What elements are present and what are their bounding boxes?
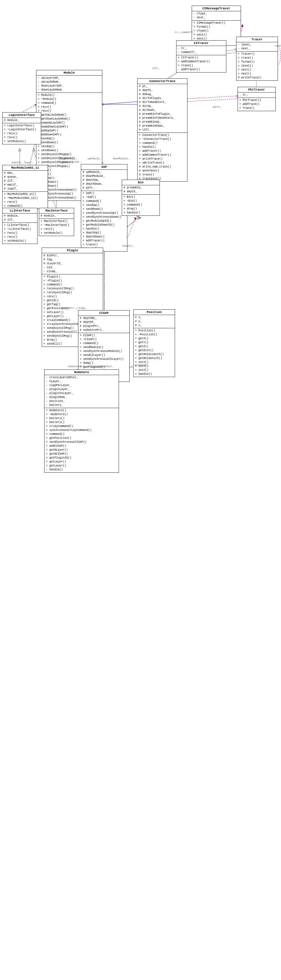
label-upmodule: upModule_ xyxy=(87,158,101,160)
box-citracer: CITracer - tr_ - commonTr_ + CITracer() … xyxy=(176,40,226,73)
box-sap: SAP # upModule_ # downModule_ # depthUp_… xyxy=(81,164,127,251)
section-attrs-module: - upLayerSAP_ - upLaySANum_ - downLayerS… xyxy=(37,76,102,93)
label-next: next_ xyxy=(275,45,281,48)
svg-line-9 xyxy=(21,104,37,113)
title-nodecore: NodeCore xyxy=(44,370,119,375)
title-llinterface: LLInterface xyxy=(3,208,37,213)
section-methods-macinterface: + MacInterface() + ~MacInterface() + rec… xyxy=(39,219,74,236)
box-macinterface: MacInterface # module_ + MacInterface() … xyxy=(39,208,74,236)
box-connectortrace: ConnectorTrace # pt_ # depTh_ # debug_ #… xyxy=(137,78,187,181)
label-binptr: /binPtr_ xyxy=(122,245,134,248)
section-attrs-nodecore: - crossLayerSAMist_ - nLayer_ - clapPerL… xyxy=(44,375,119,408)
svg-line-27 xyxy=(227,52,237,54)
svg-marker-23 xyxy=(241,24,243,27)
diagram-container: CIMessageTracer - cType_ - next_ + CIMes… xyxy=(0,0,281,980)
title-citracer: CITracer xyxy=(176,41,226,46)
section-methods-sap: + SAP() + ~SAP() + command() + sendUp() … xyxy=(81,191,127,251)
section-methods-tracer: + Tracer() + trace() + format() + level(… xyxy=(237,52,278,80)
section-attrs-sap: # upModule_ # downModule_ # depthUp_ # d… xyxy=(81,170,127,191)
section-attrs-tracer: - level_ - next_ xyxy=(237,42,278,52)
box-logininterface: LoginInterface # module_ + LoginInterfac… xyxy=(2,112,41,145)
section-attrs-macmodule: # mac_ # queue_ # llf_ # macif_ # logif_ xyxy=(3,170,48,192)
svg-line-33 xyxy=(102,102,138,104)
section-attrs-bin: # preamble_ # depth_ xyxy=(122,185,160,194)
title-sap: SAP xyxy=(81,164,127,170)
label-downmodule: downModule_ xyxy=(113,158,129,160)
section-attrs-connectortrace: # pt_ # depTh_ # debug_ # dirToPlugin_ #… xyxy=(138,84,187,133)
box-llinterface: LLInterface # module_ # llf_ + LLInterfa… xyxy=(2,208,38,244)
box-tracer: Tracer - level_ - next_ + Tracer() + tra… xyxy=(236,37,278,81)
title-connectortrace: ConnectorTrace xyxy=(138,79,187,84)
section-methods-connectortrace: + ConnectorTrace() + ~ConnectorTrace() +… xyxy=(138,133,187,181)
title-macinterface: MacInterface xyxy=(39,208,74,213)
section-attrs-position: # x_ # y_ # z_ xyxy=(133,315,175,328)
section-attrs-macinterface: # module_ xyxy=(39,213,74,219)
box-bin: Bin # preamble_ # depth_ + Bin() + ~Bin(… xyxy=(122,180,160,216)
title-pkttracer: PktTracer xyxy=(238,87,275,92)
section-methods-position: + Position() + ~Position() + getX() + ge… xyxy=(133,328,175,377)
section-methods-bin: + Bin() + ~Bin() + command() + drop() + … xyxy=(122,194,160,215)
title-cisap: CISAP xyxy=(78,310,129,316)
svg-marker-51 xyxy=(33,148,35,151)
title-bin: Bin xyxy=(122,180,160,185)
label-commontr: tr_,commonTr_ xyxy=(175,31,194,34)
svg-line-7 xyxy=(187,96,239,99)
section-attrs-plugin: # binPtr_ # tag_ # uLayerId_ - uid_ - cl… xyxy=(42,253,103,274)
label-module-logif: module_,logif_ xyxy=(12,161,33,164)
title-module: Module xyxy=(37,70,102,76)
title-tracer: Tracer xyxy=(237,37,278,42)
svg-marker-54 xyxy=(137,216,139,219)
svg-marker-56 xyxy=(134,218,137,220)
section-methods-macmodule: + MacModule802_11() + ~MacModule802_11()… xyxy=(3,192,48,209)
box-nodecore: NodeCore - crossLayerSAMist_ - nLayer_ -… xyxy=(44,369,119,473)
svg-line-31 xyxy=(187,99,239,102)
section-methods-nodecore: + NodeCore() + ~NodeCore() + battery() +… xyxy=(44,408,119,473)
section-methods-pkttracer: + PktTracer() + addTrace() + Trace() xyxy=(238,98,275,111)
box-position: Position # x_ # y_ # z_ + Position() + ~… xyxy=(133,309,175,377)
section-attrs-cisap: # depthNC_ # depthP_ # pluginPtr_ # node… xyxy=(78,316,129,333)
label-position: position_ xyxy=(135,364,149,367)
label-pluginptr-cisap: pluginPtr_,clsap_ xyxy=(60,307,87,310)
section-attrs-cimessagetracer: - cType_ - next_ xyxy=(192,11,241,21)
title-cimessagetracer: CIMessageTracer xyxy=(192,6,241,11)
label-downlayersap: 'downLayerSAP_, xyxy=(59,161,82,164)
title-macmodule: MacModule802_11 xyxy=(3,165,48,170)
label-citr: cITr_ xyxy=(152,67,160,70)
section-attrs-llinterface: # module_ # llf_ xyxy=(3,213,37,223)
title-logininterface: LoginInterface xyxy=(3,113,41,118)
section-attrs-citracer: - tr_ - commonTr_ xyxy=(176,46,226,55)
svg-line-2 xyxy=(227,49,237,51)
title-position: Position xyxy=(133,310,175,315)
section-attrs-logininterface: # module_ xyxy=(3,118,41,123)
label-nodecoreptr: nodeCorePrt_,crossLayerSAMist_ xyxy=(68,365,113,368)
section-attrs-pkttracer: - tr_ xyxy=(238,92,275,98)
section-methods-logininterface: + LoginInterface() + ~LoginInterface() +… xyxy=(3,123,41,144)
box-macmodule: MacModule802_11 # mac_ # queue_ # llf_ #… xyxy=(2,165,48,209)
section-methods-citracer: + CITracer() + addCommonTracer() + trace… xyxy=(176,55,226,72)
section-methods-llinterface: + LLInterface() + ~LLInterface() + recv(… xyxy=(3,223,37,243)
label-uplayersap: upLayerSAP_, xyxy=(59,158,78,160)
title-plugin: Plugin xyxy=(42,248,103,253)
box-cimessagetracer: CIMessageTracer - cType_ - next_ + CIMes… xyxy=(192,6,241,46)
label-pkttr: pktTr_ xyxy=(213,106,222,108)
svg-marker-49 xyxy=(19,148,21,151)
box-pkttracer: PktTracer - tr_ + PktTracer() + addTrace… xyxy=(238,87,276,111)
